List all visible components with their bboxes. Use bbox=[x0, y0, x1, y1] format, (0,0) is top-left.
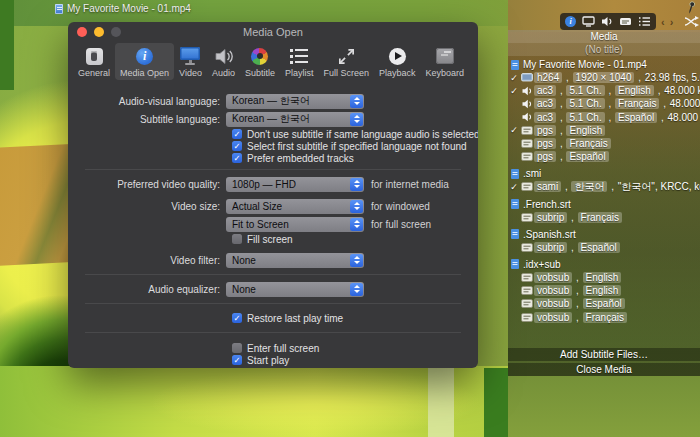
sidebar-view-switcher: i bbox=[560, 13, 656, 30]
video-size-label: Video size: bbox=[68, 201, 226, 212]
add-subtitle-files-button[interactable]: Add Subtitle Files… bbox=[508, 348, 700, 361]
file-row[interactable]: .smi bbox=[508, 167, 700, 180]
checkbox-checked-icon: ✓ bbox=[232, 153, 242, 163]
track-row[interactable]: subrip , Français bbox=[508, 211, 700, 224]
track-attribute: Español bbox=[615, 112, 657, 123]
track-attribute: Español bbox=[578, 242, 620, 253]
track-attribute: pgs bbox=[534, 151, 556, 162]
track-row[interactable]: vobsub , Français bbox=[508, 310, 700, 323]
video-filter-label: Video filter: bbox=[68, 255, 226, 266]
check-icon: ✓ bbox=[508, 182, 520, 192]
next-media-icon[interactable]: › bbox=[670, 16, 674, 28]
av-language-label: Audio-visual language: bbox=[68, 96, 226, 107]
media-info-icon[interactable]: i bbox=[565, 16, 576, 27]
video-size-popup[interactable]: Actual Size bbox=[226, 199, 364, 214]
subtitle-track-icon bbox=[520, 299, 534, 308]
previous-media-icon[interactable]: ‹ bbox=[661, 16, 665, 28]
checkbox-enter-full-screen[interactable]: Enter full screen bbox=[232, 342, 478, 354]
file-row[interactable]: .idx+sub bbox=[508, 258, 700, 271]
video-filter-popup[interactable]: None bbox=[226, 253, 364, 268]
file-icon bbox=[511, 259, 519, 269]
close-media-button[interactable]: Close Media bbox=[508, 363, 700, 376]
divider bbox=[85, 303, 461, 304]
tab-media-open[interactable]: i Media Open bbox=[115, 43, 174, 80]
track-attribute: ac3 bbox=[534, 112, 556, 123]
track-attribute: ac3 bbox=[534, 85, 556, 96]
checkbox-unchecked-icon bbox=[232, 234, 242, 244]
file-row[interactable]: My Favorite Movie - 01.mp4 bbox=[508, 58, 700, 71]
track-row[interactable]: ✓sami , 한국어 , "한국어", KRCC, ko-KR bbox=[508, 180, 700, 193]
video-view-icon[interactable] bbox=[582, 16, 595, 27]
file-row[interactable]: .Spanish.srt bbox=[508, 228, 700, 241]
audio-equalizer-label: Audio equalizer: bbox=[68, 284, 226, 295]
track-attribute: Français bbox=[566, 138, 610, 149]
track-row[interactable]: vobsub , English bbox=[508, 284, 700, 297]
checkbox-fill-screen[interactable]: Fill screen bbox=[232, 233, 478, 245]
checkbox-same-language[interactable]: ✓ Don't use subtitle if same language au… bbox=[232, 128, 478, 140]
tab-full-screen[interactable]: Full Screen bbox=[319, 43, 375, 80]
file-name: .smi bbox=[523, 168, 541, 179]
track-row[interactable]: ac3 , 5.1 Ch. , Français , 48.000 kHz bbox=[508, 97, 700, 110]
track-attribute: 5.1 Ch. bbox=[566, 85, 604, 96]
subtitle-track-icon bbox=[520, 313, 534, 322]
popup-stepper-icon bbox=[350, 178, 363, 191]
file-row[interactable]: .French.srt bbox=[508, 198, 700, 211]
checkbox-restore-play-time[interactable]: ✓ Restore last play time bbox=[232, 312, 478, 324]
subtitle-track-icon bbox=[520, 126, 534, 135]
subtitle-language-popup[interactable]: Korean — 한국어 bbox=[226, 112, 364, 127]
track-row[interactable]: pgs , Español bbox=[508, 150, 700, 163]
track-row[interactable]: ✓h264 , 1920 × 1040 , 23.98 fps, 5.06 mb… bbox=[508, 71, 700, 84]
list-icon bbox=[290, 49, 309, 64]
track-row[interactable]: vobsub , Español bbox=[508, 297, 700, 310]
track-attribute: "한국어", KRCC, ko-KR bbox=[618, 181, 700, 192]
checkbox-prefer-embedded[interactable]: ✓ Prefer embedded tracks bbox=[232, 152, 478, 164]
video-quality-label: Preferred video quality: bbox=[68, 179, 226, 190]
divider bbox=[85, 274, 461, 275]
subtitle-view-icon[interactable] bbox=[619, 16, 632, 27]
av-language-popup[interactable]: Korean — 한국어 bbox=[226, 94, 364, 109]
tab-playlist[interactable]: Playlist bbox=[280, 43, 319, 80]
file-icon bbox=[511, 60, 519, 70]
dialog-titlebar[interactable]: Media Open bbox=[68, 22, 478, 41]
audio-view-icon[interactable] bbox=[601, 16, 613, 27]
dialog-title: Media Open bbox=[68, 26, 478, 38]
video-size-fullscreen-popup[interactable]: Fit to Screen bbox=[226, 217, 364, 232]
tab-keyboard[interactable]: Keyboard bbox=[421, 43, 470, 80]
audio-equalizer-popup[interactable]: None bbox=[226, 282, 364, 297]
track-attribute: Español bbox=[583, 298, 625, 309]
tab-subtitle[interactable]: Subtitle bbox=[240, 43, 280, 80]
tab-audio[interactable]: Audio bbox=[207, 43, 240, 80]
track-attribute: 1920 × 1040 bbox=[573, 72, 635, 83]
track-row[interactable]: vobsub , English bbox=[508, 271, 700, 284]
checkbox-unchecked-icon bbox=[232, 343, 242, 353]
track-row[interactable]: ✓pgs , English bbox=[508, 124, 700, 137]
track-row[interactable]: subrip , Español bbox=[508, 241, 700, 254]
track-row[interactable]: ac3 , 5.1 Ch. , Español , 48.000 kHz bbox=[508, 111, 700, 124]
display-icon bbox=[179, 47, 201, 65]
media-title-row: (No title) bbox=[508, 43, 700, 56]
track-attribute: 5.1 Ch. bbox=[566, 98, 604, 109]
checkbox-start-play[interactable]: ✓ Start play bbox=[232, 354, 478, 366]
video-quality-note: for internet media bbox=[371, 179, 449, 190]
media-file-group: My Favorite Movie - 01.mp4✓h264 , 1920 ×… bbox=[508, 58, 700, 163]
track-attribute: Français bbox=[583, 312, 627, 323]
audio-track-icon bbox=[520, 99, 534, 109]
track-attribute: 한국어 bbox=[571, 181, 607, 192]
checkbox-first-subtitle[interactable]: ✓ Select first subtitle if specified lan… bbox=[232, 140, 478, 152]
file-name: .French.srt bbox=[523, 199, 571, 210]
video-quality-popup[interactable]: 1080p — FHD bbox=[226, 177, 364, 192]
shuffle-icon[interactable] bbox=[684, 16, 699, 27]
track-row[interactable]: ✓ac3 , 5.1 Ch. , English , 48.000 kHz bbox=[508, 84, 700, 97]
divider bbox=[85, 332, 461, 333]
general-icon bbox=[86, 48, 103, 65]
subtitle-language-label: Subtitle language: bbox=[68, 114, 226, 125]
tab-video[interactable]: Video bbox=[174, 43, 207, 80]
playlist-view-icon[interactable] bbox=[638, 16, 651, 27]
track-attribute: 48.000 kHz bbox=[670, 98, 700, 109]
track-attribute: vobsub bbox=[534, 298, 572, 309]
tab-playback[interactable]: Playback bbox=[374, 43, 421, 80]
fullscreen-arrows-icon bbox=[337, 47, 356, 66]
track-row[interactable]: pgs , Français bbox=[508, 137, 700, 150]
tab-general[interactable]: General bbox=[73, 43, 115, 80]
file-icon bbox=[511, 169, 519, 179]
